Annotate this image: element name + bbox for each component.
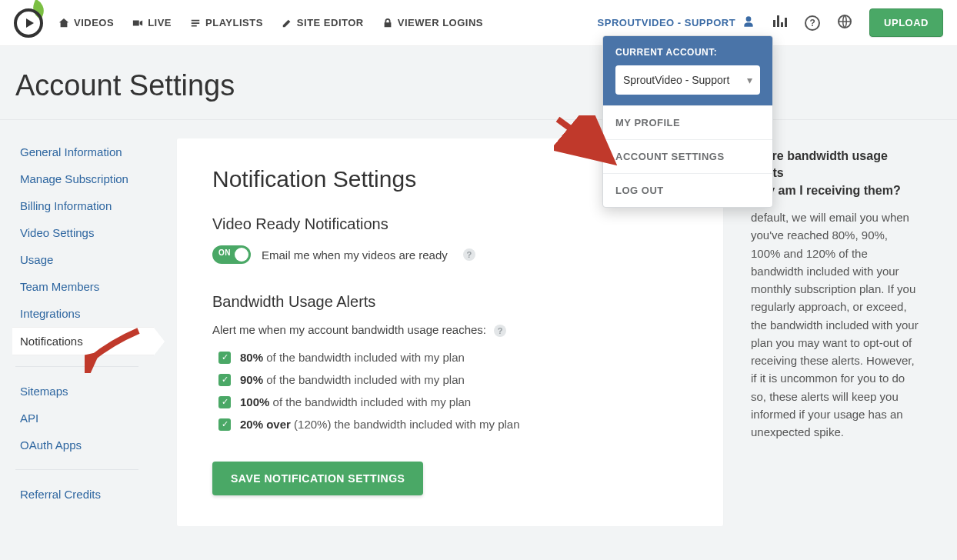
sidebar-item-billing-information[interactable]: Billing Information	[20, 192, 154, 219]
nav-live[interactable]: LIVE	[132, 17, 172, 28]
checkbox-checked-icon[interactable]: ✓	[218, 374, 231, 386]
checkbox-checked-icon[interactable]: ✓	[218, 418, 231, 431]
logo[interactable]	[14, 8, 43, 38]
upload-button[interactable]: UPLOAD	[869, 8, 943, 37]
nav-playlists[interactable]: PLAYLISTS	[190, 17, 263, 28]
list-icon	[190, 18, 201, 28]
bandwidth-alert-row: ✓20% over (120%) the bandwidth included …	[218, 413, 688, 435]
pencil-icon	[282, 18, 292, 28]
bandwidth-intro: Alert me when my account bandwidth usage…	[212, 323, 486, 336]
page-title: Account Settings	[15, 69, 942, 102]
sidebar-item-sitemaps[interactable]: Sitemaps	[20, 378, 154, 405]
settings-sidebar: General InformationManage SubscriptionBi…	[0, 120, 154, 526]
checkbox-checked-icon[interactable]: ✓	[218, 396, 231, 408]
user-icon	[742, 15, 755, 31]
video-ready-toggle[interactable]: ON	[212, 245, 251, 264]
sidebar-item-usage[interactable]: Usage	[20, 246, 154, 273]
dropdown-header-label: CURRENT ACCOUNT:	[615, 47, 760, 58]
top-nav: VIDEOS LIVE PLAYLISTS SITE EDITOR VIEWER…	[0, 0, 957, 46]
stats-icon[interactable]	[772, 15, 788, 32]
account-dropdown: CURRENT ACCOUNT: SproutVideo - Support ▾…	[602, 35, 773, 208]
help-tooltip-icon[interactable]: ?	[494, 325, 506, 337]
sidebar-item-api[interactable]: API	[20, 405, 154, 432]
account-select[interactable]: SproutVideo - Support ▾	[615, 65, 760, 95]
sidebar-item-manage-subscription[interactable]: Manage Subscription	[20, 165, 154, 192]
dropdown-log-out[interactable]: LOG OUT	[603, 173, 772, 207]
dropdown-account-settings[interactable]: ACCOUNT SETTINGS	[603, 139, 772, 173]
sidebar-item-video-settings[interactable]: Video Settings	[20, 219, 154, 246]
home-icon	[58, 18, 69, 28]
dropdown-my-profile[interactable]: MY PROFILE	[603, 105, 772, 139]
camera-icon	[132, 18, 143, 28]
bandwidth-alert-row: ✓90% of the bandwidth included with my p…	[218, 368, 688, 391]
sidebar-item-integrations[interactable]: Integrations	[20, 300, 154, 327]
bandwidth-alert-row: ✓100% of the bandwidth included with my …	[218, 391, 688, 413]
sidebar-item-team-members[interactable]: Team Members	[20, 273, 154, 300]
info-title: at are bandwidth usage alertswhy am I re…	[751, 148, 919, 199]
help-icon[interactable]: ?	[805, 15, 820, 31]
nav-site-editor[interactable]: SITE EDITOR	[282, 17, 364, 28]
video-ready-label: Email me when my videos are ready	[262, 248, 448, 262]
sidebar-item-referral-credits[interactable]: Referral Credits	[20, 481, 154, 508]
nav-viewer-logins[interactable]: VIEWER LOGINS	[382, 17, 483, 28]
sidebar-item-oauth-apps[interactable]: OAuth Apps	[20, 432, 154, 458]
checkbox-checked-icon[interactable]: ✓	[218, 352, 231, 364]
video-ready-heading: Video Ready Notifications	[212, 215, 688, 233]
help-tooltip-icon[interactable]: ?	[463, 248, 475, 261]
bandwidth-alert-row: ✓80% of the bandwidth included with my p…	[218, 346, 688, 368]
bandwidth-heading: Bandwidth Usage Alerts	[212, 293, 688, 311]
sidebar-item-notifications[interactable]: Notifications	[12, 327, 154, 355]
info-body: default, we will email you when you've r…	[751, 208, 919, 441]
sidebar-item-general-information[interactable]: General Information	[20, 138, 154, 165]
caret-down-icon: ▾	[747, 74, 752, 86]
account-menu-trigger[interactable]: SPROUTVIDEO - SUPPORT	[598, 15, 756, 31]
save-notification-settings-button[interactable]: SAVE NOTIFICATION SETTINGS	[212, 462, 423, 495]
lock-icon	[382, 18, 393, 28]
globe-icon[interactable]	[837, 14, 852, 32]
nav-videos[interactable]: VIDEOS	[58, 17, 114, 28]
